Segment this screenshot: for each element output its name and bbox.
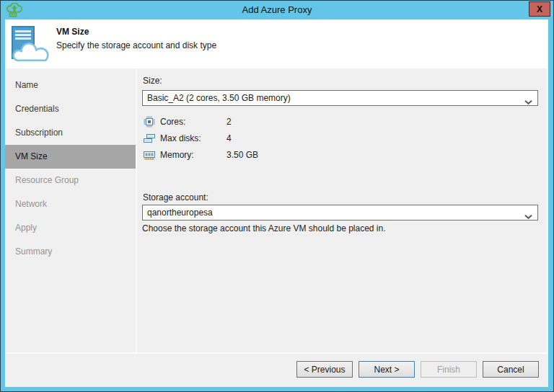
- spec-row-memory: Memory: 3.50 GB: [137, 146, 547, 163]
- vm-size-select[interactable]: Basic_A2 (2 cores, 3.50 GB memory): [142, 90, 538, 106]
- cpu-icon: [144, 116, 155, 128]
- server-cloud-icon: [8, 25, 50, 65]
- sidebar-item-resource-group[interactable]: Resource Group: [5, 169, 136, 192]
- spec-row-max-disks: Max disks: 4: [137, 130, 547, 146]
- chevron-down-icon: [524, 211, 532, 221]
- step-subtitle: Specify the storage account and disk typ…: [56, 40, 216, 50]
- sidebar-item-credentials[interactable]: Credentials: [5, 97, 136, 121]
- wizard-header: VM Size Specify the storage account and …: [5, 19, 548, 68]
- max-disks-value: 4: [227, 133, 232, 143]
- size-label: Size:: [143, 76, 162, 86]
- memory-label: Memory:: [160, 150, 227, 160]
- sidebar-item-network[interactable]: Network: [5, 192, 136, 216]
- chevron-down-icon: [524, 97, 532, 107]
- title-bar[interactable]: Add Azure Proxy X: [1, 1, 553, 19]
- step-content: Size: Basic_A2 (2 cores, 3.50 GB memory): [137, 68, 547, 352]
- sidebar-item-subscription[interactable]: Subscription: [5, 121, 136, 145]
- wizard-body: Name Credentials Subscription VM Size Re…: [5, 68, 548, 352]
- spec-row-cores: Cores: 2: [137, 113, 547, 130]
- vm-size-specs: Cores: 2 Max disks: 4: [137, 113, 547, 163]
- next-button[interactable]: Next >: [359, 361, 415, 378]
- storage-account-selected-value: qanortheuropesa: [147, 208, 213, 218]
- max-disks-label: Max disks:: [160, 133, 227, 143]
- previous-button[interactable]: < Previous: [296, 361, 353, 378]
- sidebar-item-summary[interactable]: Summary: [5, 240, 136, 264]
- step-title: VM Size: [56, 27, 89, 37]
- sidebar-item-apply[interactable]: Apply: [5, 216, 136, 240]
- cancel-button[interactable]: Cancel: [483, 361, 539, 378]
- wizard-footer: < Previous Next > Finish Cancel: [5, 354, 548, 387]
- memory-value: 3.50 GB: [227, 150, 258, 160]
- storage-account-select[interactable]: qanortheuropesa: [142, 205, 538, 220]
- wizard-steps-sidebar: Name Credentials Subscription VM Size Re…: [5, 68, 136, 352]
- close-button[interactable]: X: [529, 1, 550, 17]
- vm-size-selected-value: Basic_A2 (2 cores, 3.50 GB memory): [147, 93, 291, 103]
- sidebar-item-vm-size[interactable]: VM Size: [5, 145, 136, 169]
- window-title: Add Azure Proxy: [1, 1, 553, 19]
- storage-account-label: Storage account:: [143, 192, 208, 202]
- finish-button[interactable]: Finish: [421, 361, 477, 378]
- storage-account-hint: Choose the storage account this Azure VM…: [142, 223, 386, 233]
- disks-icon: [144, 133, 155, 144]
- content-right-edge: [547, 68, 548, 352]
- cores-label: Cores:: [160, 117, 227, 127]
- memory-icon: [144, 149, 155, 161]
- add-azure-proxy-wizard: Add Azure Proxy X VM Size Specify the st…: [0, 0, 554, 392]
- sidebar-item-name[interactable]: Name: [5, 74, 136, 97]
- cores-value: 2: [227, 117, 232, 127]
